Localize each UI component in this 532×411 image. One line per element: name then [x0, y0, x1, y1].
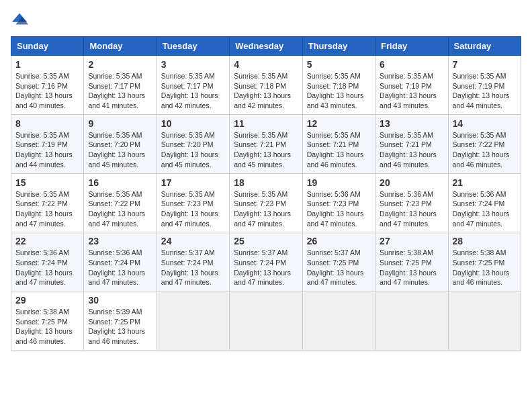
calendar-week-row: 29Sunrise: 5:38 AMSunset: 7:25 PMDayligh… — [11, 291, 521, 351]
day-number: 23 — [88, 236, 152, 246]
calendar-cell — [302, 291, 375, 351]
column-header-tuesday: Tuesday — [157, 37, 229, 56]
day-info: Sunrise: 5:36 AMSunset: 7:23 PMDaylight:… — [307, 189, 371, 229]
day-info: Sunrise: 5:38 AMSunset: 7:25 PMDaylight:… — [15, 307, 79, 347]
calendar-cell: 22Sunrise: 5:36 AMSunset: 7:24 PMDayligh… — [11, 232, 84, 291]
calendar-cell: 7Sunrise: 5:35 AMSunset: 7:19 PMDaylight… — [448, 56, 521, 115]
day-number: 22 — [15, 236, 79, 246]
calendar-cell — [448, 291, 521, 351]
calendar-cell: 2Sunrise: 5:35 AMSunset: 7:17 PMDaylight… — [84, 56, 157, 115]
calendar-cell: 30Sunrise: 5:39 AMSunset: 7:25 PMDayligh… — [84, 291, 157, 351]
day-info: Sunrise: 5:37 AMSunset: 7:25 PMDaylight:… — [307, 248, 371, 287]
day-info: Sunrise: 5:39 AMSunset: 7:25 PMDaylight:… — [88, 307, 152, 347]
day-info: Sunrise: 5:35 AMSunset: 7:23 PMDaylight:… — [161, 189, 225, 229]
calendar-cell: 10Sunrise: 5:35 AMSunset: 7:20 PMDayligh… — [157, 114, 229, 173]
day-number: 4 — [234, 59, 298, 70]
calendar-cell: 20Sunrise: 5:36 AMSunset: 7:23 PMDayligh… — [375, 173, 448, 232]
day-number: 13 — [380, 118, 443, 129]
day-info: Sunrise: 5:35 AMSunset: 7:19 PMDaylight:… — [453, 71, 517, 111]
day-info: Sunrise: 5:37 AMSunset: 7:24 PMDaylight:… — [234, 248, 298, 287]
day-info: Sunrise: 5:35 AMSunset: 7:22 PMDaylight:… — [15, 189, 79, 229]
day-number: 20 — [380, 177, 443, 188]
calendar-week-row: 22Sunrise: 5:36 AMSunset: 7:24 PMDayligh… — [11, 232, 521, 291]
calendar-cell: 26Sunrise: 5:37 AMSunset: 7:25 PMDayligh… — [302, 232, 375, 291]
calendar-cell: 23Sunrise: 5:36 AMSunset: 7:24 PMDayligh… — [84, 232, 157, 291]
column-header-saturday: Saturday — [448, 37, 521, 56]
day-info: Sunrise: 5:37 AMSunset: 7:24 PMDaylight:… — [161, 248, 225, 287]
logo-icon — [11, 11, 30, 30]
calendar-cell: 19Sunrise: 5:36 AMSunset: 7:23 PMDayligh… — [302, 173, 375, 232]
day-info: Sunrise: 5:35 AMSunset: 7:20 PMDaylight:… — [88, 130, 152, 170]
calendar-cell — [230, 291, 302, 351]
day-info: Sunrise: 5:35 AMSunset: 7:22 PMDaylight:… — [453, 130, 517, 170]
calendar-week-row: 8Sunrise: 5:35 AMSunset: 7:19 PMDaylight… — [11, 114, 521, 173]
calendar-cell: 11Sunrise: 5:35 AMSunset: 7:21 PMDayligh… — [230, 114, 302, 173]
calendar-cell: 8Sunrise: 5:35 AMSunset: 7:19 PMDaylight… — [11, 114, 84, 173]
calendar-week-row: 15Sunrise: 5:35 AMSunset: 7:22 PMDayligh… — [11, 173, 521, 232]
day-number: 27 — [380, 236, 443, 246]
day-info: Sunrise: 5:35 AMSunset: 7:16 PMDaylight:… — [15, 71, 79, 111]
calendar-cell: 25Sunrise: 5:37 AMSunset: 7:24 PMDayligh… — [230, 232, 302, 291]
day-number: 30 — [88, 295, 152, 306]
calendar-cell: 16Sunrise: 5:35 AMSunset: 7:22 PMDayligh… — [84, 173, 157, 232]
day-number: 21 — [453, 177, 517, 188]
day-info: Sunrise: 5:35 AMSunset: 7:19 PMDaylight:… — [380, 71, 443, 111]
calendar-cell: 4Sunrise: 5:35 AMSunset: 7:18 PMDaylight… — [230, 56, 302, 115]
day-info: Sunrise: 5:35 AMSunset: 7:21 PMDaylight:… — [307, 130, 371, 170]
day-number: 15 — [15, 177, 79, 188]
day-number: 2 — [88, 59, 152, 70]
day-info: Sunrise: 5:36 AMSunset: 7:24 PMDaylight:… — [453, 189, 517, 229]
day-number: 29 — [15, 295, 79, 306]
day-number: 1 — [15, 59, 79, 70]
day-info: Sunrise: 5:35 AMSunset: 7:19 PMDaylight:… — [15, 130, 79, 170]
day-info: Sunrise: 5:35 AMSunset: 7:22 PMDaylight:… — [88, 189, 152, 229]
day-number: 9 — [88, 118, 152, 129]
logo — [11, 11, 32, 30]
calendar-cell: 6Sunrise: 5:35 AMSunset: 7:19 PMDaylight… — [375, 56, 448, 115]
day-info: Sunrise: 5:36 AMSunset: 7:24 PMDaylight:… — [15, 248, 79, 287]
calendar-cell: 14Sunrise: 5:35 AMSunset: 7:22 PMDayligh… — [448, 114, 521, 173]
column-header-monday: Monday — [84, 37, 157, 56]
day-number: 3 — [161, 59, 225, 70]
calendar-cell: 5Sunrise: 5:35 AMSunset: 7:18 PMDaylight… — [302, 56, 375, 115]
day-number: 14 — [453, 118, 517, 129]
column-header-wednesday: Wednesday — [230, 37, 302, 56]
calendar-cell: 27Sunrise: 5:38 AMSunset: 7:25 PMDayligh… — [375, 232, 448, 291]
day-number: 28 — [453, 236, 517, 246]
day-info: Sunrise: 5:35 AMSunset: 7:21 PMDaylight:… — [380, 130, 443, 170]
day-number: 10 — [161, 118, 225, 129]
calendar-cell — [375, 291, 448, 351]
calendar-week-row: 1Sunrise: 5:35 AMSunset: 7:16 PMDaylight… — [11, 56, 521, 115]
day-info: Sunrise: 5:36 AMSunset: 7:24 PMDaylight:… — [88, 248, 152, 287]
calendar-cell: 17Sunrise: 5:35 AMSunset: 7:23 PMDayligh… — [157, 173, 229, 232]
calendar-cell: 21Sunrise: 5:36 AMSunset: 7:24 PMDayligh… — [448, 173, 521, 232]
day-number: 19 — [307, 177, 371, 188]
day-info: Sunrise: 5:36 AMSunset: 7:23 PMDaylight:… — [380, 189, 443, 229]
day-number: 6 — [380, 59, 443, 70]
day-number: 18 — [234, 177, 298, 188]
day-number: 26 — [307, 236, 371, 246]
column-header-friday: Friday — [375, 37, 448, 56]
calendar-cell: 12Sunrise: 5:35 AMSunset: 7:21 PMDayligh… — [302, 114, 375, 173]
calendar-table: SundayMondayTuesdayWednesdayThursdayFrid… — [11, 36, 521, 351]
day-number: 16 — [88, 177, 152, 188]
calendar-cell: 24Sunrise: 5:37 AMSunset: 7:24 PMDayligh… — [157, 232, 229, 291]
column-header-sunday: Sunday — [11, 37, 84, 56]
day-info: Sunrise: 5:35 AMSunset: 7:23 PMDaylight:… — [234, 189, 298, 229]
day-number: 8 — [15, 118, 79, 129]
day-info: Sunrise: 5:35 AMSunset: 7:17 PMDaylight:… — [88, 71, 152, 111]
calendar-cell — [157, 291, 229, 351]
day-info: Sunrise: 5:35 AMSunset: 7:20 PMDaylight:… — [161, 130, 225, 170]
column-header-thursday: Thursday — [302, 37, 375, 56]
day-info: Sunrise: 5:35 AMSunset: 7:21 PMDaylight:… — [234, 130, 298, 170]
day-info: Sunrise: 5:35 AMSunset: 7:18 PMDaylight:… — [307, 71, 371, 111]
day-info: Sunrise: 5:38 AMSunset: 7:25 PMDaylight:… — [380, 248, 443, 287]
day-number: 11 — [234, 118, 298, 129]
day-info: Sunrise: 5:35 AMSunset: 7:17 PMDaylight:… — [161, 71, 225, 111]
day-info: Sunrise: 5:35 AMSunset: 7:18 PMDaylight:… — [234, 71, 298, 111]
calendar-cell: 3Sunrise: 5:35 AMSunset: 7:17 PMDaylight… — [157, 56, 229, 115]
calendar-header-row: SundayMondayTuesdayWednesdayThursdayFrid… — [11, 37, 521, 56]
calendar-cell: 13Sunrise: 5:35 AMSunset: 7:21 PMDayligh… — [375, 114, 448, 173]
page-header — [11, 11, 521, 30]
day-number: 5 — [307, 59, 371, 70]
